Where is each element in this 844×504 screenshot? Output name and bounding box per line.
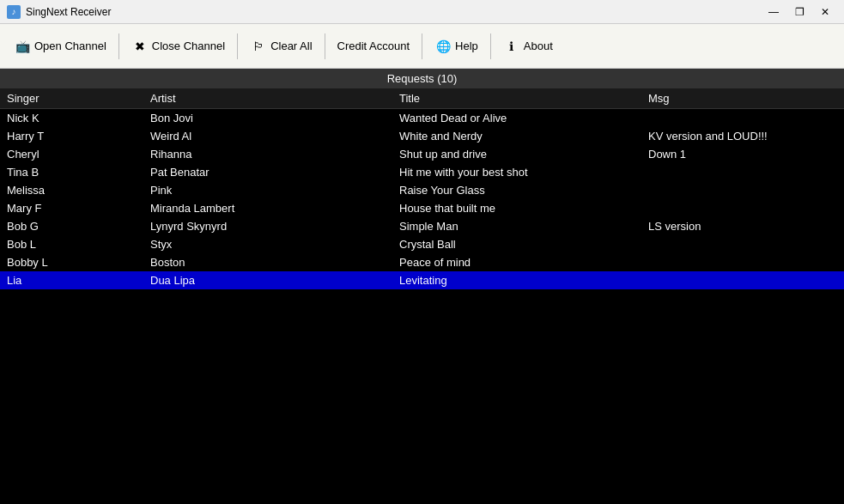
requests-count: Requests (10) <box>387 72 458 85</box>
col-artist: Artist <box>150 92 399 105</box>
app-title: SingNext Receiver <box>26 6 111 18</box>
divider-3 <box>325 33 325 59</box>
maximize-button[interactable]: ❐ <box>787 3 811 21</box>
title-bar-controls: — ❐ ✕ <box>762 3 837 21</box>
cell-msg <box>648 112 837 124</box>
minimize-button[interactable]: — <box>762 3 786 21</box>
table-row[interactable]: Mary F Miranda Lambert House that built … <box>0 199 844 217</box>
credit-account-button[interactable]: Credit Account <box>331 31 417 62</box>
open-channel-icon: 📺 <box>14 38 31 55</box>
cell-msg <box>648 238 837 251</box>
clear-all-label: Clear All <box>270 39 312 52</box>
app-icon: ♪ <box>7 5 21 19</box>
toolbar: 📺 Open Channel ✖ Close Channel 🏳 Clear A… <box>0 24 844 69</box>
close-channel-label: Close Channel <box>152 39 225 52</box>
close-channel-icon: ✖ <box>131 38 149 55</box>
cell-artist: Miranda Lambert <box>150 202 399 215</box>
help-icon: 🌐 <box>434 38 452 55</box>
clear-all-icon: 🏳 <box>250 38 267 55</box>
cell-singer: Lia <box>7 274 150 287</box>
title-bar-left: ♪ SingNext Receiver <box>7 5 111 19</box>
table-row[interactable]: Bob G Lynyrd Skynyrd Simple Man LS versi… <box>0 217 844 235</box>
cell-title: Wanted Dead or Alive <box>399 112 648 124</box>
about-button[interactable]: ℹ About <box>496 31 560 62</box>
cell-artist: Styx <box>150 238 399 251</box>
about-icon: ℹ <box>503 38 520 55</box>
cell-artist: Bon Jovi <box>150 112 399 124</box>
cell-artist: Pink <box>150 184 399 197</box>
cell-title: Crystal Ball <box>399 238 648 251</box>
cell-artist: Rihanna <box>150 148 399 161</box>
table-row[interactable]: Nick K Bon Jovi Wanted Dead or Alive <box>0 109 844 127</box>
divider-2 <box>237 33 238 59</box>
cell-singer: Melissa <box>7 184 150 197</box>
table-row[interactable]: Bobby L Boston Peace of mind <box>0 253 844 271</box>
about-label: About <box>524 39 553 52</box>
col-title: Title <box>399 92 648 105</box>
cell-title: House that built me <box>399 202 648 215</box>
cell-singer: Bob G <box>7 220 150 233</box>
cell-msg: LS version <box>648 220 837 233</box>
cell-artist: Pat Benatar <box>150 166 399 179</box>
help-button[interactable]: 🌐 Help <box>428 31 485 62</box>
table-row[interactable]: Melissa Pink Raise Your Glass <box>0 181 844 199</box>
cell-title: Levitating <box>399 274 648 287</box>
col-msg: Msg <box>648 92 837 105</box>
cell-singer: Cheryl <box>7 148 150 161</box>
help-label: Help <box>455 39 478 52</box>
cell-msg: Down 1 <box>648 148 837 161</box>
open-channel-label: Open Channel <box>34 39 106 52</box>
table-header: Singer Artist Title Msg <box>0 88 844 109</box>
cell-singer: Tina B <box>7 166 150 179</box>
open-channel-button[interactable]: 📺 Open Channel <box>7 31 113 62</box>
table-row[interactable]: Tina B Pat Benatar Hit me with your best… <box>0 163 844 181</box>
table-row[interactable]: Harry T Weird Al White and Nerdy KV vers… <box>0 127 844 145</box>
cell-msg <box>648 166 837 179</box>
cell-title: Peace of mind <box>399 256 648 269</box>
table-body: Nick K Bon Jovi Wanted Dead or Alive Har… <box>0 109 844 289</box>
cell-title: White and Nerdy <box>399 130 648 143</box>
requests-header: Requests (10) <box>0 69 844 88</box>
table-row[interactable]: Lia Dua Lipa Levitating <box>0 271 844 289</box>
col-singer: Singer <box>7 92 150 105</box>
cell-artist: Lynyrd Skynyrd <box>150 220 399 233</box>
cell-msg <box>648 256 837 269</box>
table-row[interactable]: Cheryl Rihanna Shut up and drive Down 1 <box>0 145 844 163</box>
cell-singer: Harry T <box>7 130 150 143</box>
cell-title: Hit me with your best shot <box>399 166 648 179</box>
cell-artist: Weird Al <box>150 130 399 143</box>
clear-all-button[interactable]: 🏳 Clear All <box>243 31 319 62</box>
cell-singer: Bob L <box>7 238 150 251</box>
credit-account-label: Credit Account <box>337 39 410 52</box>
divider-5 <box>490 33 491 59</box>
cell-title: Simple Man <box>399 220 648 233</box>
cell-singer: Nick K <box>7 112 150 124</box>
cell-title: Shut up and drive <box>399 148 648 161</box>
divider-1 <box>118 33 119 59</box>
divider-4 <box>422 33 422 59</box>
close-channel-button[interactable]: ✖ Close Channel <box>124 31 232 62</box>
cell-msg <box>648 274 837 287</box>
cell-msg <box>648 184 837 197</box>
cell-title: Raise Your Glass <box>399 184 648 197</box>
close-button[interactable]: ✕ <box>813 3 837 21</box>
title-bar: ♪ SingNext Receiver — ❐ ✕ <box>0 0 844 24</box>
table-row[interactable]: Bob L Styx Crystal Ball <box>0 235 844 253</box>
cell-artist: Boston <box>150 256 399 269</box>
cell-msg <box>648 202 837 215</box>
cell-singer: Mary F <box>7 202 150 215</box>
cell-msg: KV version and LOUD!!! <box>648 130 837 143</box>
cell-artist: Dua Lipa <box>150 274 399 287</box>
cell-singer: Bobby L <box>7 256 150 269</box>
